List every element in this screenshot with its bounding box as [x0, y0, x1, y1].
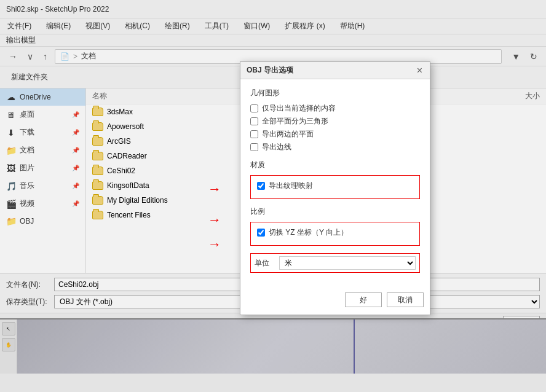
file-name: CADReader — [107, 152, 147, 160]
documents-icon: 📁 — [6, 146, 16, 155]
material-section: 导出纹理映射 — [250, 175, 420, 199]
download-pin: 📌 — [72, 129, 79, 136]
sidebar-item-onedrive[interactable]: ☁ OneDrive — [0, 88, 85, 106]
checkbox-two-sided[interactable] — [250, 130, 258, 138]
dialog-body: 几何图形 仅导出当前选择的内容 全部平面分为三角形 导出两边的平面 导出边线 材… — [240, 79, 430, 289]
nav-up-btn[interactable]: ↑ — [41, 50, 50, 63]
checkbox-label-4: 导出边线 — [262, 142, 291, 152]
path-documents[interactable]: 文档 — [81, 51, 96, 61]
checkbox-row-2: 全部平面分为三角形 — [250, 116, 420, 127]
menu-window[interactable]: 窗口(W) — [241, 20, 272, 33]
sidebar-label-documents: 文档 — [20, 145, 34, 155]
sidebar-item-documents[interactable]: 📁 文档 📌 — [0, 141, 85, 159]
checkbox-label-2: 全部平面分为三角形 — [262, 116, 328, 127]
desktop-pin: 📌 — [72, 111, 79, 118]
title-bar: Shi02.skp - SketchUp Pro 2022 — [0, 0, 546, 18]
checkbox-row-4: 导出边线 — [250, 142, 420, 152]
material-section-title: 材质 — [250, 160, 420, 170]
sidebar-item-desktop[interactable]: 🖥 桌面 📌 — [0, 106, 85, 123]
nav-dropdown-btn[interactable]: ▼ — [509, 50, 523, 63]
checkbox-row-yz: 切换 YZ 坐标（Y 向上） — [257, 227, 413, 238]
checkbox-export-edges[interactable] — [250, 143, 258, 151]
menu-file[interactable]: 文件(F) — [5, 20, 34, 33]
nav-down-btn[interactable]: ∨ — [25, 50, 36, 63]
checkbox-texture[interactable] — [257, 182, 265, 190]
left-toolbar: ↖ ✋ — [0, 319, 17, 374]
output-model-label: 输出模型 — [6, 35, 36, 45]
sidebar-item-download[interactable]: ⬇ 下载 📌 — [0, 123, 85, 141]
file-name: 3dsMax — [107, 108, 133, 116]
file-name: My Digital Editions — [107, 196, 168, 205]
tool-btn-2[interactable]: ✋ — [2, 338, 15, 351]
obj-folder-icon: 📁 — [6, 216, 16, 226]
nav-forward-btn[interactable]: → — [6, 50, 20, 63]
scale-section: 切换 YZ 坐标（Y 向上） — [250, 222, 420, 246]
new-folder-btn[interactable]: 新建文件夹 — [6, 69, 53, 85]
dialog-footer: 好 取消 — [240, 289, 430, 315]
folder-icon — [92, 137, 103, 146]
download-icon: ⬇ — [6, 128, 16, 138]
unit-select[interactable]: 毫米 厘米 米 英寸 英尺 — [279, 256, 416, 270]
dialog-cancel-btn[interactable]: 取消 — [387, 292, 424, 307]
music-icon: 🎵 — [6, 181, 16, 191]
viewport-area: ↖ ✋ — [0, 318, 546, 374]
file-name: Tencent Files — [107, 211, 151, 219]
folder-icon — [92, 122, 103, 131]
menu-bar: 文件(F) 编辑(E) 视图(V) 相机(C) 绘图(R) 工具(T) 窗口(W… — [0, 18, 546, 34]
folder-icon — [92, 152, 103, 160]
checkbox-triangles[interactable] — [250, 117, 258, 125]
menu-camera[interactable]: 相机(C) — [122, 20, 152, 33]
sidebar: ☁ OneDrive 🖥 桌面 📌 ⬇ 下载 📌 📁 文档 📌 🖼 图片 📌 🎵… — [0, 88, 86, 273]
dialog-titlebar: OBJ 导出选项 × — [240, 62, 430, 79]
menu-edit[interactable]: 编辑(E) — [44, 20, 73, 33]
video-pin: 📌 — [72, 200, 79, 207]
menu-help[interactable]: 帮助(H) — [338, 20, 368, 33]
menu-view[interactable]: 视图(V) — [83, 20, 113, 33]
file-name: ArcGIS — [107, 137, 131, 146]
tool-btn-1[interactable]: ↖ — [2, 322, 15, 335]
file-name: CeShi02 — [107, 167, 135, 175]
sidebar-label-video: 视频 — [20, 198, 34, 209]
checkbox-export-selected[interactable] — [250, 104, 258, 112]
desktop-icon: 🖥 — [6, 110, 16, 120]
sidebar-label-onedrive: OneDrive — [20, 93, 51, 101]
dialog-close-btn[interactable]: × — [416, 66, 424, 76]
unit-row: 单位 毫米 厘米 米 英寸 英尺 — [250, 253, 420, 273]
viewport-content — [0, 319, 546, 374]
dialog-ok-btn[interactable]: 好 — [345, 292, 382, 307]
checkbox-row-1: 仅导出当前选择的内容 — [250, 103, 420, 114]
obj-export-dialog: OBJ 导出选项 × 几何图形 仅导出当前选择的内容 全部平面分为三角形 导出两… — [240, 61, 430, 315]
folder-icon — [92, 181, 103, 190]
sidebar-item-obj[interactable]: 📁 OBJ — [0, 213, 85, 230]
dialog-title: OBJ 导出选项 — [247, 65, 293, 76]
viewport-line — [354, 319, 355, 374]
sidebar-item-music[interactable]: 🎵 音乐 📌 — [0, 177, 85, 195]
sidebar-item-video[interactable]: 🎬 视频 📌 — [0, 195, 85, 213]
menu-tools[interactable]: 工具(T) — [202, 20, 231, 33]
folder-icon — [92, 211, 103, 219]
pictures-icon: 🖼 — [6, 163, 16, 173]
checkbox-yz-swap[interactable] — [257, 229, 265, 237]
sidebar-label-desktop: 桌面 — [20, 109, 34, 120]
sidebar-label-download: 下载 — [20, 127, 34, 138]
path-doc-icon: 📄 — [60, 52, 69, 61]
folder-icon — [92, 108, 103, 116]
nav-refresh-btn[interactable]: ↻ — [528, 50, 540, 63]
filetype-label: 保存类型(T): — [6, 297, 49, 307]
checkbox-row-3: 导出两边的平面 — [250, 129, 420, 139]
sidebar-item-pictures[interactable]: 🖼 图片 📌 — [0, 159, 85, 177]
sidebar-label-obj: OBJ — [20, 217, 34, 225]
path-sep: > — [73, 52, 77, 61]
menu-extensions[interactable]: 扩展程序 (x) — [282, 20, 327, 33]
filename-label: 文件名(N): — [6, 280, 49, 290]
checkbox-label-3: 导出两边的平面 — [262, 129, 314, 139]
sidebar-label-music: 音乐 — [20, 181, 34, 191]
file-name: KingsoftData — [107, 181, 149, 190]
checkbox-label-texture: 导出纹理映射 — [269, 181, 313, 191]
window-title: Shi02.skp - SketchUp Pro 2022 — [6, 5, 109, 14]
onedrive-icon: ☁ — [6, 92, 16, 102]
menu-draw[interactable]: 绘图(R) — [162, 20, 192, 33]
checkbox-label-yz: 切换 YZ 坐标（Y 向上） — [269, 227, 348, 238]
scale-section-title: 比例 — [250, 206, 420, 217]
unit-label: 单位 — [255, 258, 279, 269]
